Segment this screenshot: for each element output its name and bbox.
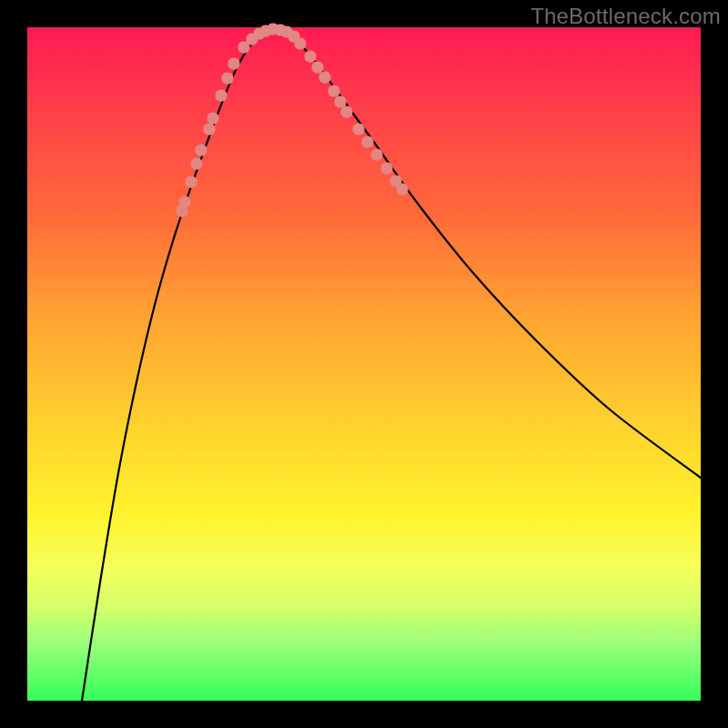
chart-frame: TheBottleneck.com [0,0,728,728]
bead-marker [381,163,392,174]
bead-marker [207,113,218,124]
bottleneck-curve [82,29,701,701]
bead-marker [191,158,202,169]
bead-marker [186,177,197,187]
bead-marker [397,184,408,195]
bead-marker [341,106,352,117]
bead-marker [312,62,323,73]
watermark-text: TheBottleneck.com [531,4,721,29]
bead-marker [179,197,190,207]
bead-marker [353,124,364,135]
bead-marker [319,72,330,83]
bead-marker [371,149,382,160]
highlight-beads [177,24,408,217]
bead-marker [362,136,373,147]
bead-marker [329,86,339,96]
bead-marker [295,38,306,49]
bead-marker [204,124,215,135]
bead-marker [216,90,227,101]
chart-svg [27,27,701,701]
bead-marker [222,73,233,84]
bead-marker [335,96,346,107]
bead-marker [228,58,239,69]
bead-marker [196,145,207,156]
bead-marker [305,51,316,62]
